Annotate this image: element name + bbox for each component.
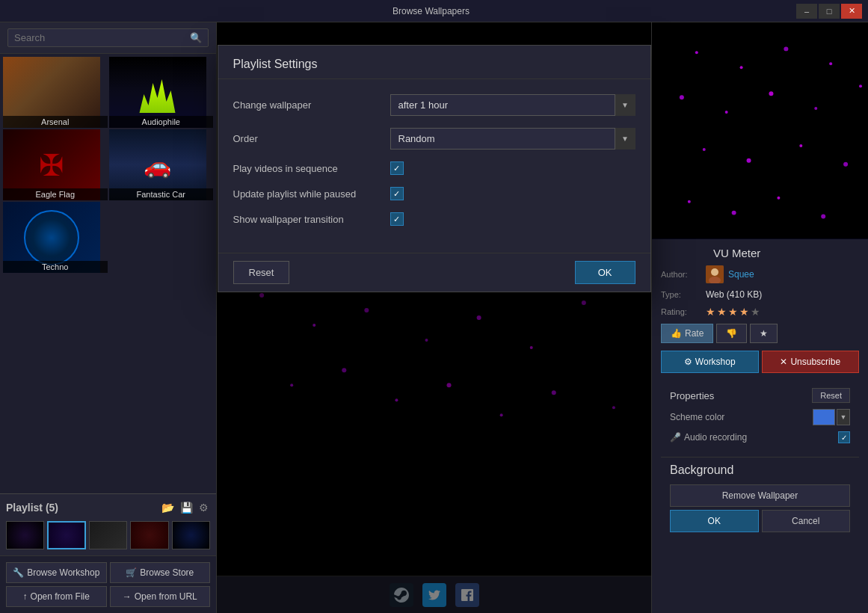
workshop-button[interactable]: ⚙ Workshop	[661, 351, 759, 373]
type-info-label: Type:	[661, 290, 706, 299]
favorite-button[interactable]: ★	[750, 324, 778, 343]
star-2: ★	[717, 306, 727, 318]
svg-point-38	[859, 84, 862, 87]
show-transition-label: Show wallpaper transition	[233, 214, 390, 225]
wallpaper-label-eagle-flag: Eagle Flag	[3, 188, 108, 200]
color-picker: ▼	[813, 409, 850, 425]
ok-button[interactable]: OK	[670, 510, 759, 532]
wallpaper-item-audiophile[interactable]: Audiophile	[109, 57, 214, 128]
author-avatar	[706, 265, 724, 283]
right-panel: VU Meter Author: Squee Type: Web (410 KB…	[651, 22, 868, 613]
type-value: Web (410 KB)	[706, 289, 859, 300]
playlist-section: Playlist (5) 📂 💾 ⚙	[0, 493, 216, 555]
playlist-thumb-4[interactable]	[130, 521, 168, 549]
update-playlist-checkbox[interactable]: ✓	[390, 187, 404, 200]
playlist-settings-icon[interactable]: ⚙	[197, 500, 210, 515]
thumbdown-button[interactable]: 👎	[716, 324, 747, 343]
color-swatch[interactable]	[813, 409, 835, 425]
browse-store-button[interactable]: 🛒 Browse Store	[110, 562, 211, 583]
change-wallpaper-select[interactable]: after 15 minutes after 30 minutes after …	[390, 94, 635, 116]
playlist-thumb-5[interactable]	[172, 521, 210, 549]
maximize-button[interactable]: □	[819, 4, 840, 19]
playlist-header: Playlist (5) 📂 💾 ⚙	[6, 500, 210, 515]
svg-point-42	[843, 162, 848, 167]
bg-btn-row-ok-cancel: OK Cancel	[670, 510, 850, 532]
search-icon: 🔍	[190, 32, 202, 43]
playlist-thumb-2[interactable]	[47, 521, 85, 549]
svg-rect-29	[652, 23, 868, 239]
thumbdown-icon: 👎	[726, 328, 737, 339]
background-section: Background Remove Wallpaper OK Cancel	[661, 457, 859, 538]
svg-point-30	[695, 51, 698, 54]
link-icon: →	[123, 591, 132, 602]
info-row-rating: Rating: ★ ★ ★ ★ ★	[661, 306, 859, 318]
rating-info-label: Rating:	[661, 307, 706, 316]
update-playlist-checkbox-wrap: ✓	[390, 187, 404, 200]
svg-point-41	[799, 144, 802, 147]
play-videos-label: Play videos in sequence	[233, 163, 390, 174]
cancel-button[interactable]: Cancel	[762, 510, 851, 532]
playlist-save-icon[interactable]: 💾	[179, 500, 194, 515]
search-input[interactable]	[14, 32, 190, 43]
change-wallpaper-label: Change wallpaper	[233, 99, 390, 111]
playlist-thumb-3[interactable]	[89, 521, 127, 549]
rate-button[interactable]: 👍 Rate	[661, 324, 713, 343]
modal-title: Playlist Settings	[218, 46, 650, 79]
star-5: ★	[751, 306, 760, 318]
remove-wallpaper-button[interactable]: Remove Wallpaper	[670, 484, 850, 507]
update-playlist-label: Update playlist while paused	[233, 188, 390, 200]
svg-point-32	[784, 46, 788, 51]
audio-recording-row: 🎤 Audio recording ✓	[670, 431, 850, 443]
minimize-button[interactable]: –	[796, 4, 817, 19]
window-controls: – □ ✕	[796, 4, 862, 19]
playlist-thumbs	[6, 521, 210, 549]
scheme-color-label: Scheme color	[670, 412, 813, 422]
microphone-icon: 🎤	[670, 432, 681, 443]
browse-workshop-button[interactable]: 🔧 Browse Workshop	[6, 562, 107, 583]
wallpaper-item-arsenal[interactable]: Arsenal	[3, 57, 108, 128]
background-title: Background	[670, 463, 850, 477]
audio-checkbox[interactable]: ✓	[838, 431, 850, 443]
star-icon: ★	[760, 328, 768, 339]
bg-btn-row-remove: Remove Wallpaper	[670, 484, 850, 507]
svg-point-34	[680, 95, 684, 99]
info-row-author: Author: Squee	[661, 265, 859, 283]
playlist-title: Playlist (5)	[6, 502, 58, 514]
svg-point-31	[740, 66, 743, 69]
rating-stars: ★ ★ ★ ★ ★	[706, 306, 760, 318]
unsubscribe-button[interactable]: ✕ Unsubscribe	[762, 351, 860, 373]
workshop-icon: ⚙	[684, 357, 692, 367]
color-dropdown-arrow[interactable]: ▼	[837, 409, 850, 425]
info-row-type: Type: Web (410 KB)	[661, 289, 859, 300]
modal-ok-button[interactable]: OK	[575, 261, 635, 284]
svg-point-39	[703, 148, 706, 151]
cart-icon: 🛒	[126, 567, 137, 578]
playlist-folder-icon[interactable]: 📂	[160, 500, 176, 515]
play-videos-checkbox[interactable]: ✓	[390, 161, 404, 175]
star-3: ★	[728, 306, 738, 318]
properties-reset-button[interactable]: Reset	[812, 388, 850, 403]
wallpaper-item-techno[interactable]: Techno	[3, 202, 108, 273]
author-name[interactable]: Squee	[728, 269, 859, 280]
svg-point-36	[769, 91, 773, 96]
search-input-wrap: 🔍	[7, 28, 209, 47]
open-file-button[interactable]: ↑ Open from File	[6, 586, 107, 607]
svg-point-45	[777, 197, 780, 200]
show-transition-checkbox[interactable]: ✓	[390, 212, 404, 226]
scheme-color-row: Scheme color ▼	[670, 409, 850, 425]
btn-row-bottom: ↑ Open from File → Open from URL	[6, 586, 210, 607]
order-select[interactable]: Random Sequential Shuffle	[390, 128, 635, 150]
wallpaper-item-fantastic-car[interactable]: Fantastic Car	[109, 129, 214, 200]
modal-reset-button[interactable]: Reset	[233, 261, 290, 284]
search-bar: 🔍	[0, 22, 216, 54]
wallpaper-item-eagle-flag[interactable]: Eagle Flag	[3, 129, 108, 200]
btn-row-top: 🔧 Browse Workshop 🛒 Browse Store	[6, 562, 210, 583]
info-section: VU Meter Author: Squee Type: Web (410 KB…	[652, 239, 868, 613]
playlist-thumb-1[interactable]	[6, 521, 44, 549]
modal-row-change-wallpaper: Change wallpaper after 15 minutes after …	[233, 94, 635, 116]
open-url-button[interactable]: → Open from URL	[110, 586, 211, 607]
modal-row-show-transition: Show wallpaper transition ✓	[233, 212, 635, 226]
modal-overlay[interactable]: Playlist Settings Change wallpaper after…	[217, 22, 651, 613]
rate-buttons: 👍 Rate 👎 ★	[661, 324, 859, 343]
close-button[interactable]: ✕	[841, 4, 862, 19]
